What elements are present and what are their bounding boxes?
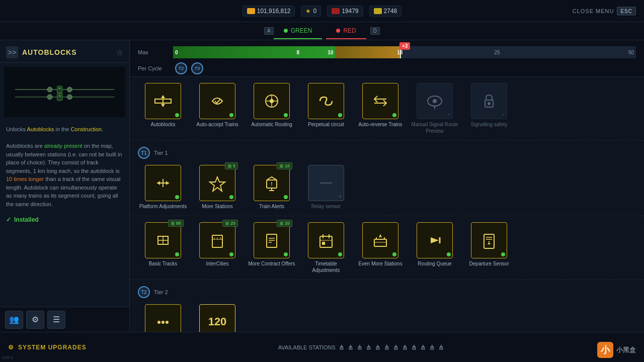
station-icon-7: ⋔ bbox=[393, 343, 399, 351]
sidebar-people-icon[interactable]: 👥 bbox=[5, 311, 23, 329]
close-menu-label: CLOSE MENU bbox=[573, 8, 614, 14]
tech-auto-accept-label: Auto-accept Trains bbox=[196, 121, 238, 128]
tab-key-a: A bbox=[264, 27, 274, 35]
esc-key: ESC bbox=[617, 7, 636, 15]
tick-10: 10 bbox=[328, 50, 333, 55]
tech-intercities-label: InterCities bbox=[206, 260, 228, 267]
station-icon-12: ⋔ bbox=[438, 343, 444, 351]
tick-18: 18 bbox=[397, 50, 403, 55]
resource2-icon bbox=[374, 8, 382, 14]
station-icon-6: ⋔ bbox=[384, 343, 390, 351]
tick-50: 50 bbox=[628, 50, 634, 55]
svg-marker-13 bbox=[161, 104, 165, 107]
tech-perpetual-icon bbox=[308, 83, 344, 119]
tech-badge-contracts-20: ▣ 20 bbox=[277, 220, 292, 227]
tech-train-alerts[interactable]: ▣ 10 ! Train Alerts bbox=[247, 165, 297, 210]
tech-even-more-stations[interactable]: Even More Stations bbox=[355, 222, 406, 274]
svg-marker-24 bbox=[157, 181, 160, 185]
sidebar-gear-icon[interactable]: ⚙ bbox=[26, 311, 44, 329]
tech-auto-reverse[interactable]: Auto-reverse Trains bbox=[355, 83, 406, 134]
tech-departure-sensor[interactable]: Departure Sensor bbox=[464, 222, 514, 274]
available-stations-label: AVAILABLE STATIONS bbox=[278, 344, 336, 350]
svg-marker-54 bbox=[431, 237, 439, 243]
station-icon-2: ⋔ bbox=[348, 343, 354, 351]
tech-badge-intercities-20: ▣ 20 bbox=[222, 220, 238, 227]
sidebar: >> AUTOBLOCKS ☆ Unlocks Autoblocks in th… bbox=[0, 40, 130, 332]
tier2-upper-grid: ▣ 80 Basic Tracks ▣ 20 InterCities ▣ 20 bbox=[138, 222, 636, 274]
tier2-header: T2 Tier 2 bbox=[138, 286, 636, 298]
tech-advanced-tracks-icon: 120 bbox=[199, 304, 235, 332]
currency-display: 101,916,812 bbox=[243, 6, 295, 17]
installed-indicator bbox=[284, 252, 288, 256]
tech-intercities[interactable]: ▣ 20 InterCities bbox=[192, 222, 243, 274]
max-label: Max bbox=[138, 49, 168, 55]
tech-platform-adj-label: Platform Adjustments bbox=[139, 203, 187, 210]
check-icon: ✓ bbox=[6, 216, 11, 223]
currency-value: 101,916,812 bbox=[257, 8, 291, 15]
svg-point-5 bbox=[67, 95, 72, 100]
tech-basic-tracks[interactable]: ▣ 80 Basic Tracks bbox=[138, 222, 188, 274]
svg-marker-27 bbox=[210, 177, 225, 191]
tech-train-alerts-icon: ▣ 10 ! bbox=[254, 165, 290, 201]
resource1-value: 19479 bbox=[342, 8, 358, 15]
tab-key-d: D bbox=[370, 27, 380, 35]
tech-auto-routing[interactable]: Automatic Routing bbox=[247, 83, 297, 134]
autoblock-diagram bbox=[10, 72, 119, 112]
tech-signal-safety-label: Signalling safety bbox=[471, 121, 508, 128]
tier1-badge: T1 bbox=[138, 147, 150, 159]
tech-perpetual[interactable]: Perpetual circuit bbox=[301, 83, 351, 134]
progress-section: Max +3 0 8 10 18 bbox=[130, 40, 644, 77]
tick-0: 0 bbox=[173, 46, 180, 58]
per-cycle-label: Per Cycle bbox=[138, 65, 168, 71]
installed-indicator bbox=[175, 113, 179, 117]
sidebar-diagram bbox=[4, 67, 125, 117]
svg-rect-36 bbox=[212, 235, 222, 247]
tech-intercities-icon: ▣ 20 bbox=[199, 222, 235, 258]
svg-rect-7 bbox=[57, 94, 62, 101]
installed-indicator bbox=[284, 113, 288, 117]
tech-manual-signal[interactable]: ▼ Manual Signal Route Preview bbox=[410, 83, 460, 134]
installed-indicator bbox=[175, 252, 179, 256]
tech-signal-safety-icon: ▼ bbox=[471, 83, 507, 119]
tab-green-dot bbox=[284, 29, 288, 33]
close-menu-button[interactable]: CLOSE MENU ESC bbox=[573, 7, 636, 15]
top-bar: 101,916,812 ★ 0 19479 2748 CLOSE MENU ES… bbox=[0, 0, 644, 22]
progress-bar-green bbox=[173, 46, 335, 58]
tech-relay-sensor[interactable]: ▼ Relay sensor bbox=[301, 165, 351, 210]
tab-red[interactable]: RED bbox=[326, 23, 366, 39]
tech-advanced-tracks[interactable]: 120 Advanced Tracks bbox=[192, 304, 243, 332]
installed-indicator bbox=[284, 195, 288, 199]
sidebar-list-icon[interactable]: ☰ bbox=[47, 311, 65, 329]
tech-signal-safety[interactable]: ▼ Signalling safety bbox=[464, 83, 514, 134]
tech-more-contracts[interactable]: ▣ 20 More Contract Offers bbox=[247, 222, 297, 274]
tech-arrival-sensor[interactable]: Arrival Sensor bbox=[138, 304, 188, 332]
tech-more-stations[interactable]: ▣ 5 More Stations bbox=[192, 165, 243, 210]
tech-platform-adj[interactable]: Platform Adjustments bbox=[138, 165, 188, 210]
tech-perpetual-label: Perpetual circuit bbox=[308, 121, 344, 128]
station-icon-11: ⋔ bbox=[429, 343, 435, 351]
tech-routing-queue[interactable]: Routing Queue bbox=[410, 222, 460, 274]
sidebar-back-button[interactable]: >> bbox=[6, 46, 18, 58]
svg-point-19 bbox=[433, 99, 437, 103]
tech-autoblocks[interactable]: Autoblocks bbox=[138, 83, 188, 134]
tech-departure-sensor-icon bbox=[471, 222, 507, 258]
tab-green[interactable]: GREEN bbox=[274, 23, 323, 39]
tech-auto-accept[interactable]: Auto-accept Trains bbox=[192, 83, 243, 134]
tech-badge-5: ▣ 5 bbox=[225, 162, 238, 169]
installed-indicator bbox=[229, 195, 233, 199]
tech-more-stations-icon: ▣ 5 bbox=[199, 165, 235, 201]
version-text: v19.2 bbox=[2, 355, 13, 360]
tech-badge-10: ▣ 10 bbox=[277, 162, 292, 169]
sidebar-star-icon[interactable]: ☆ bbox=[116, 48, 123, 57]
svg-text:120: 120 bbox=[208, 315, 227, 328]
station-icon-10: ⋔ bbox=[420, 343, 426, 351]
tab-green-label: GREEN bbox=[291, 27, 312, 34]
system-upgrades-button[interactable]: ⚙ SYSTEM UPGRADES bbox=[8, 344, 87, 351]
tech-timetable-adj[interactable]: Timetable Adjustments bbox=[301, 222, 351, 274]
progress-bar-yellow bbox=[335, 46, 400, 58]
tab-red-dot bbox=[336, 29, 340, 33]
tech-auto-reverse-icon bbox=[362, 83, 398, 119]
resource2-display: 2748 bbox=[369, 6, 402, 17]
installed-indicator bbox=[338, 113, 342, 117]
tech-auto-routing-icon bbox=[254, 83, 290, 119]
